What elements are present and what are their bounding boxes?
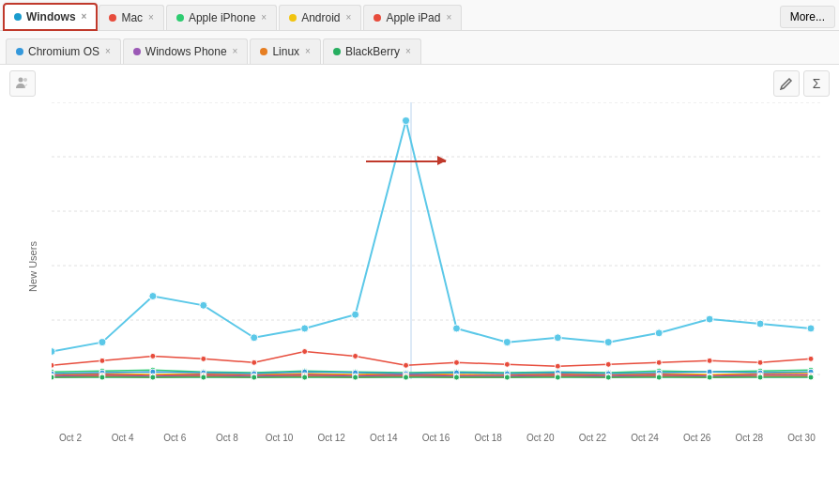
tab-close-android[interactable]: × bbox=[346, 13, 352, 23]
tab-close-windows-phone[interactable]: × bbox=[233, 47, 238, 56]
arrow-line bbox=[366, 160, 446, 162]
tab-android[interactable]: Android × bbox=[279, 5, 361, 30]
svg-point-34 bbox=[252, 359, 257, 365]
tab-apple-iphone[interactable]: Apple iPhone × bbox=[166, 5, 277, 30]
x-label-5: Oct 12 bbox=[313, 433, 350, 443]
svg-point-19 bbox=[301, 325, 309, 332]
svg-point-45 bbox=[808, 356, 814, 361]
tab-label-linux: Linux bbox=[272, 45, 299, 58]
x-label-11: Oct 24 bbox=[626, 433, 664, 443]
tab-label-chromium-os: Chromium OS bbox=[28, 45, 99, 58]
tab-label-apple-iphone: Apple iPhone bbox=[189, 11, 255, 24]
x-label-1: Oct 4 bbox=[104, 433, 142, 443]
tabs-container: Windows × Mac × Apple iPhone × Android ×… bbox=[0, 0, 839, 65]
svg-point-144 bbox=[150, 374, 156, 380]
tab-label-apple-ipad: Apple iPad bbox=[386, 11, 440, 24]
tab-mac[interactable]: Mac × bbox=[99, 5, 164, 30]
x-label-4: Oct 10 bbox=[261, 433, 298, 443]
svg-point-41 bbox=[605, 361, 611, 367]
tab-close-apple-ipad[interactable]: × bbox=[446, 13, 451, 23]
svg-point-155 bbox=[707, 374, 712, 380]
x-label-2: Oct 6 bbox=[156, 433, 193, 443]
svg-point-23 bbox=[503, 339, 511, 346]
x-label-0: Oct 2 bbox=[52, 433, 89, 443]
tab-dot-mac bbox=[109, 14, 116, 22]
tab-chromium-os[interactable]: Chromium OS × bbox=[6, 38, 121, 64]
tab-dot-linux bbox=[260, 48, 267, 55]
tab-label-mac: Mac bbox=[121, 11, 143, 24]
x-label-14: Oct 30 bbox=[783, 433, 820, 443]
pencil-button[interactable] bbox=[773, 70, 800, 97]
tab-windows-phone[interactable]: Windows Phone × bbox=[123, 38, 249, 64]
x-label-8: Oct 18 bbox=[469, 433, 507, 443]
tab-dot-windows bbox=[14, 13, 22, 21]
x-label-6: Oct 14 bbox=[365, 433, 403, 443]
tab-close-mac[interactable]: × bbox=[148, 13, 154, 23]
svg-point-0 bbox=[19, 78, 23, 83]
tab-windows[interactable]: Windows × bbox=[4, 4, 97, 30]
x-label-10: Oct 22 bbox=[573, 433, 611, 443]
svg-point-157 bbox=[808, 374, 814, 380]
tab-close-windows[interactable]: × bbox=[82, 12, 87, 22]
svg-point-38 bbox=[453, 359, 459, 365]
tab-blackberry[interactable]: BlackBerry × bbox=[323, 38, 421, 64]
svg-point-1 bbox=[23, 78, 27, 82]
toolbar-left bbox=[9, 70, 36, 97]
svg-point-156 bbox=[757, 374, 763, 380]
svg-point-16 bbox=[149, 293, 157, 300]
svg-point-153 bbox=[605, 374, 611, 380]
svg-point-151 bbox=[504, 374, 510, 380]
tab-close-linux[interactable]: × bbox=[305, 47, 311, 56]
svg-point-40 bbox=[555, 363, 560, 369]
tab-apple-ipad[interactable]: Apple iPad × bbox=[363, 5, 462, 30]
svg-point-31 bbox=[99, 358, 105, 363]
more-button[interactable]: More... bbox=[780, 6, 835, 28]
tab-close-chromium-os[interactable]: × bbox=[105, 47, 111, 56]
svg-point-24 bbox=[554, 334, 561, 342]
svg-point-42 bbox=[656, 359, 662, 365]
tab-dot-blackberry bbox=[333, 48, 341, 55]
svg-point-29 bbox=[807, 325, 815, 332]
svg-point-35 bbox=[302, 349, 308, 355]
svg-point-39 bbox=[504, 361, 510, 367]
y-axis-label: New Users bbox=[27, 241, 38, 292]
svg-point-44 bbox=[757, 359, 763, 365]
tab-label-blackberry: BlackBerry bbox=[345, 45, 400, 58]
svg-point-27 bbox=[706, 315, 713, 323]
svg-point-43 bbox=[707, 358, 712, 363]
x-axis-labels: Oct 2 Oct 4 Oct 6 Oct 8 Oct 10 Oct 12 Oc… bbox=[0, 431, 839, 443]
svg-point-20 bbox=[352, 311, 359, 318]
tab-linux[interactable]: Linux × bbox=[250, 38, 321, 64]
svg-point-15 bbox=[99, 339, 106, 346]
x-label-3: Oct 8 bbox=[208, 433, 246, 443]
svg-point-21 bbox=[403, 117, 410, 125]
svg-point-25 bbox=[604, 339, 612, 346]
svg-point-142 bbox=[52, 374, 54, 380]
tab-close-apple-iphone[interactable]: × bbox=[261, 13, 267, 23]
svg-point-36 bbox=[353, 353, 358, 359]
chart-toolbar: Σ bbox=[0, 65, 839, 102]
svg-point-28 bbox=[756, 320, 764, 328]
svg-point-154 bbox=[656, 374, 662, 380]
tab-label-android: Android bbox=[301, 11, 340, 24]
svg-point-150 bbox=[453, 374, 459, 380]
chart-svg: 0 50 100 150 200 bbox=[52, 102, 820, 431]
chart-container: New Users 0 50 100 150 200 bbox=[0, 102, 839, 431]
svg-point-22 bbox=[452, 325, 460, 332]
svg-point-152 bbox=[555, 374, 560, 380]
svg-point-149 bbox=[404, 374, 409, 380]
sigma-button[interactable]: Σ bbox=[803, 70, 830, 97]
tab-label-windows-phone: Windows Phone bbox=[145, 45, 227, 58]
x-label-9: Oct 20 bbox=[522, 433, 559, 443]
svg-point-33 bbox=[201, 356, 206, 361]
x-label-13: Oct 28 bbox=[730, 433, 768, 443]
tab-dot-apple-ipad bbox=[374, 14, 381, 22]
svg-point-147 bbox=[302, 374, 308, 380]
svg-point-143 bbox=[99, 374, 105, 380]
svg-point-26 bbox=[655, 329, 663, 337]
tab-close-blackberry[interactable]: × bbox=[405, 47, 411, 56]
tab-dot-windows-phone bbox=[133, 48, 141, 55]
tab-dot-android bbox=[289, 14, 297, 22]
tabs-row-2: Chromium OS × Windows Phone × Linux × Bl… bbox=[0, 31, 839, 64]
tab-dot-apple-iphone bbox=[176, 14, 184, 22]
